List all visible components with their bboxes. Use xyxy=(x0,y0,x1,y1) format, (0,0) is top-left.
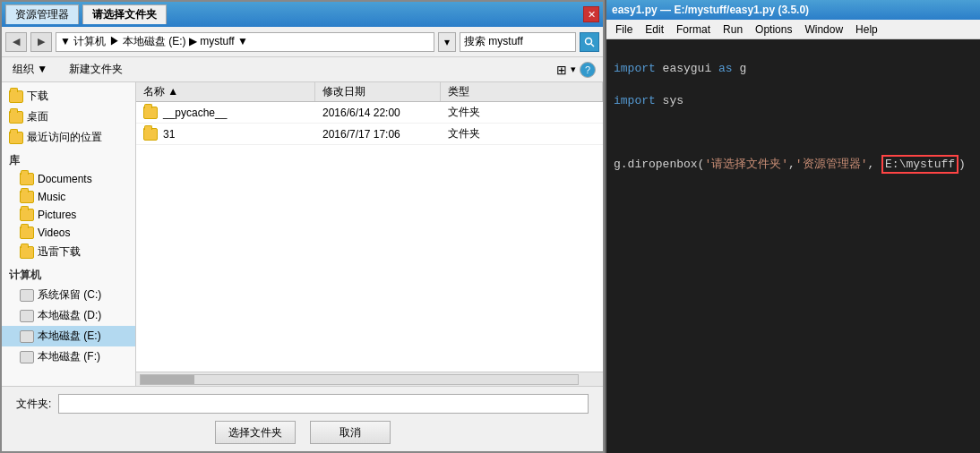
sidebar-item-music[interactable]: Music xyxy=(2,188,135,206)
folder-icon xyxy=(9,90,23,103)
svg-line-1 xyxy=(591,44,594,47)
dialog-menu-bar: 组织 ▼ 新建文件夹 ⊞ ▾ ? xyxy=(2,57,603,82)
sidebar: 下载 桌面 最近访问的位置 库 Documents Music xyxy=(2,82,136,386)
path-bar[interactable]: ▼ 计算机 ▶ 本地磁盘 (E:) ▶ mystuff ▼ xyxy=(56,32,434,52)
file-dialog: 资源管理器 请选择文件夹 ✕ ◀ ▶ ▼ 计算机 ▶ 本地磁盘 (E:) ▶ m… xyxy=(0,0,605,453)
search-icon xyxy=(584,37,595,47)
back-button[interactable]: ◀ xyxy=(5,32,27,52)
dialog-footer: 文件夹: 选择文件夹 取消 xyxy=(2,386,603,451)
menu-run[interactable]: Run xyxy=(718,21,748,38)
menu-options[interactable]: Options xyxy=(750,21,797,38)
sidebar-label: 迅雷下载 xyxy=(38,244,81,260)
sidebar-item-recent[interactable]: 最近访问的位置 xyxy=(2,127,135,148)
sidebar-item-thunder[interactable]: 迅雷下载 xyxy=(2,242,135,262)
sidebar-item-drive-f[interactable]: 本地磁盘 (F:) xyxy=(2,346,135,367)
col-type[interactable]: 类型 xyxy=(441,82,603,101)
sidebar-item-videos[interactable]: Videos xyxy=(2,224,135,242)
file-type-cell: 文件夹 xyxy=(441,103,603,122)
file-date-cell: 2016/6/14 22:00 xyxy=(315,105,441,121)
sidebar-label: 本地磁盘 (F:) xyxy=(38,349,100,364)
close-button[interactable]: ✕ xyxy=(583,6,599,22)
editor-menubar: File Edit Format Run Options Window Help xyxy=(606,20,980,39)
table-row[interactable]: __pycache__ 2016/6/14 22:00 文件夹 xyxy=(136,102,603,124)
code-line-4: g.diropenbox('请选择文件夹','资源管理器', E:\mystuf… xyxy=(614,156,973,175)
folder-icon xyxy=(143,128,158,141)
cancel-button[interactable]: 取消 xyxy=(310,421,391,444)
search-bar[interactable]: 搜索 mystuff xyxy=(460,32,576,52)
file-list-panel: 名称 ▲ 修改日期 类型 __pycache__ 2016/6/14 22:00… xyxy=(136,82,603,386)
search-button[interactable] xyxy=(580,32,599,52)
sidebar-item-drive-c[interactable]: 系统保留 (C:) xyxy=(2,285,135,305)
organize-menu[interactable]: 组织 ▼ xyxy=(9,60,51,79)
editor-title: easy1.py — E:/mystuff/easy1.py (3.5.0) xyxy=(612,4,809,16)
section-label: 计算机 xyxy=(9,268,41,283)
file-name-cell: __pycache__ xyxy=(136,105,315,121)
menu-file[interactable]: File xyxy=(610,21,638,38)
sidebar-item-desktop[interactable]: 桌面 xyxy=(2,107,135,127)
sidebar-label: 系统保留 (C:) xyxy=(38,287,101,303)
folder-icon xyxy=(143,107,158,119)
drive-icon xyxy=(20,310,34,322)
code-line-1: import easygui as g xyxy=(614,60,973,79)
folder-icon xyxy=(9,111,23,124)
horizontal-scrollbar[interactable] xyxy=(136,372,603,386)
folder-icon xyxy=(20,173,34,185)
sidebar-label: Pictures xyxy=(38,209,76,221)
section-label: 库 xyxy=(9,153,20,168)
path-dropdown-button[interactable]: ▾ xyxy=(438,32,456,52)
folder-icon xyxy=(20,191,34,203)
footer-buttons: 选择文件夹 取消 xyxy=(16,421,589,444)
sidebar-item-pictures[interactable]: Pictures xyxy=(2,206,135,224)
select-folder-button[interactable]: 选择文件夹 xyxy=(215,421,296,444)
folder-input[interactable] xyxy=(58,394,589,414)
forward-button[interactable]: ▶ xyxy=(30,32,52,52)
menu-edit[interactable]: Edit xyxy=(640,21,669,38)
sidebar-item-drive-d[interactable]: 本地磁盘 (D:) xyxy=(2,305,135,326)
code-line-2: import sys xyxy=(614,92,973,111)
sidebar-item-download[interactable]: 下载 xyxy=(2,86,135,107)
file-date-cell: 2016/7/17 17:06 xyxy=(315,126,441,142)
folder-icon xyxy=(9,132,23,144)
sidebar-label: 桌面 xyxy=(27,109,48,124)
col-date[interactable]: 修改日期 xyxy=(315,82,441,101)
sidebar-item-drive-e[interactable]: 本地磁盘 (E:) xyxy=(2,326,135,346)
file-type-cell: 文件夹 xyxy=(441,124,603,143)
editor-titlebar: easy1.py — E:/mystuff/easy1.py (3.5.0) xyxy=(606,0,980,20)
drive-icon xyxy=(20,351,34,363)
menu-help[interactable]: Help xyxy=(850,21,883,38)
sidebar-label: 最近访问的位置 xyxy=(27,130,102,145)
file-name-cell: 31 xyxy=(136,126,315,142)
drive-icon xyxy=(20,330,34,343)
folder-icon xyxy=(20,209,34,221)
sidebar-section-library: 库 xyxy=(2,148,135,170)
sidebar-label: 本地磁盘 (D:) xyxy=(38,308,101,323)
file-name: 31 xyxy=(163,128,175,141)
sidebar-label: Music xyxy=(38,191,65,203)
menu-window[interactable]: Window xyxy=(799,21,848,38)
editor-content[interactable]: import easygui as g import sys g.diropen… xyxy=(606,39,980,453)
dialog-toolbar: ◀ ▶ ▼ 计算机 ▶ 本地磁盘 (E:) ▶ mystuff ▼ ▾ 搜索 m… xyxy=(2,27,603,57)
dialog-body: 下载 桌面 最近访问的位置 库 Documents Music xyxy=(2,82,603,386)
file-rows: __pycache__ 2016/6/14 22:00 文件夹 31 2016/… xyxy=(136,102,603,372)
help-icon[interactable]: ? xyxy=(580,62,596,78)
svg-point-0 xyxy=(586,38,592,44)
col-name[interactable]: 名称 ▲ xyxy=(136,82,315,101)
sidebar-label: Videos xyxy=(38,226,70,239)
sidebar-label: Documents xyxy=(38,173,92,185)
editor-panel: easy1.py — E:/mystuff/easy1.py (3.5.0) F… xyxy=(605,0,980,453)
menu-format[interactable]: Format xyxy=(671,21,716,38)
tab-select-folder[interactable]: 请选择文件夹 xyxy=(82,4,167,24)
view-icon[interactable]: ⊞ xyxy=(556,63,567,77)
sidebar-label: 下载 xyxy=(27,89,48,104)
view-dropdown-icon[interactable]: ▾ xyxy=(571,64,576,75)
file-list-header: 名称 ▲ 修改日期 类型 xyxy=(136,82,603,102)
sidebar-item-documents[interactable]: Documents xyxy=(2,170,135,188)
file-name: __pycache__ xyxy=(163,107,227,119)
table-row[interactable]: 31 2016/7/17 17:06 文件夹 xyxy=(136,124,603,145)
drive-icon xyxy=(20,289,34,302)
code-line-3 xyxy=(614,124,973,143)
dialog-titlebar: 资源管理器 请选择文件夹 ✕ xyxy=(2,2,603,27)
new-folder-menu[interactable]: 新建文件夹 xyxy=(65,60,126,79)
folder-input-row: 文件夹: xyxy=(16,394,589,414)
tab-resource-manager[interactable]: 资源管理器 xyxy=(5,4,79,24)
